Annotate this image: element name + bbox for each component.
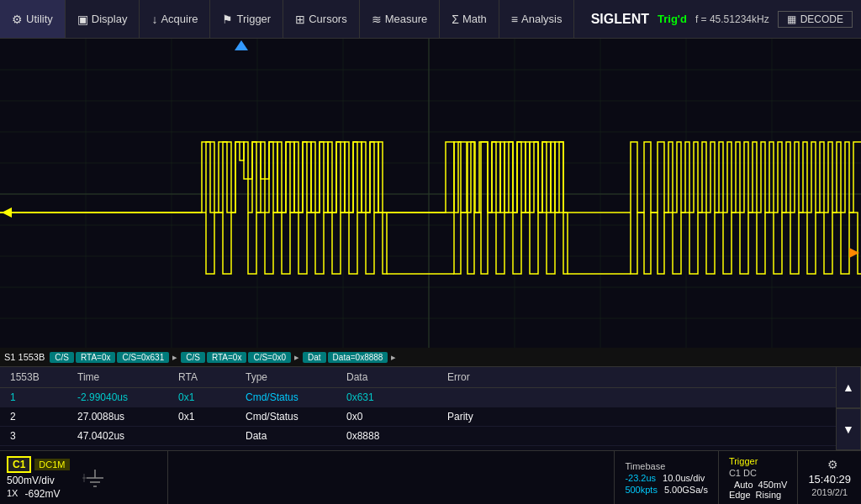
decode-packet-rta2: RTA=0x bbox=[207, 352, 246, 363]
timebase-row: -23.2us 10.0us/div bbox=[625, 473, 708, 483]
channel-label-row: C1 DC1M bbox=[7, 456, 70, 473]
row3-error bbox=[444, 428, 829, 444]
row3-rta bbox=[175, 428, 242, 444]
decode-label: DECODE bbox=[800, 13, 843, 25]
channel-probe: 1X bbox=[7, 488, 18, 500]
status-right: Timebase -23.2us 10.0us/div 500kpts 5.00… bbox=[614, 451, 861, 504]
trigger-slope-val: Rising bbox=[756, 490, 782, 500]
menu-measure[interactable]: ≋ Measure bbox=[360, 0, 441, 38]
trigger-level-val: 450mV bbox=[758, 480, 788, 490]
trigger-label: Trigger bbox=[729, 456, 788, 466]
row1-time: -2.99040us bbox=[74, 390, 175, 405]
decode-packet-cmd2: C/S=0x0 bbox=[248, 352, 291, 363]
table-body: 1 -2.99040us 0x1 Cmd/Status 0x631 2 27.0… bbox=[0, 388, 861, 446]
trigger-mode-val: Auto bbox=[734, 480, 753, 490]
display-icon: ▣ bbox=[77, 13, 88, 26]
col-protocol: 1553B bbox=[7, 370, 74, 385]
col-data: Data bbox=[343, 370, 444, 385]
table-container: 1553B Time RTA Type Data Error 1 -2.9904… bbox=[0, 366, 861, 450]
trigger-box: Trigger C1 DC Auto 450mV Edge Rising bbox=[719, 451, 799, 504]
decode-bar: S1 1553B C/S RTA=0x C/S=0x631 ▸ C/S RTA=… bbox=[0, 348, 861, 366]
decode-protocol-label: S1 1553B bbox=[4, 352, 45, 362]
row1-error bbox=[444, 390, 829, 405]
decode-packet-cs2: C/S bbox=[181, 352, 205, 363]
trigger-type-row: Edge Rising bbox=[729, 490, 788, 500]
svg-marker-25 bbox=[235, 40, 248, 50]
top-menu: ⚙ Utility ▣ Display ↓ Acquire ⚑ Trigger … bbox=[0, 0, 861, 39]
ground-symbol bbox=[78, 461, 112, 495]
clock-box: ⚙ 15:40:29 2019/2/1 bbox=[798, 451, 861, 504]
channel-voltage-div: 500mV/div bbox=[7, 475, 70, 486]
menu-display[interactable]: ▣ Display bbox=[66, 0, 140, 38]
table-row[interactable]: 2 27.0088us 0x1 Cmd/Status 0x0 Parity bbox=[0, 407, 861, 427]
trigger-ch-label: C1 DC bbox=[729, 468, 788, 478]
row2-error: Parity bbox=[444, 409, 829, 424]
utility-icon: ⚙ bbox=[12, 13, 23, 26]
channel-info: C1 DC1M 500mV/div 1X -692mV bbox=[0, 451, 168, 504]
menu-analysis[interactable]: ≡ Analysis bbox=[499, 0, 575, 38]
row3-time: 47.0402us bbox=[74, 428, 175, 444]
decode-packet-cmd1: C/S=0x631 bbox=[117, 352, 169, 363]
settings-icon[interactable]: ⚙ bbox=[827, 458, 838, 471]
decode-packet-rta1: RTA=0x bbox=[76, 352, 115, 363]
menu-trigger-label: Trigger bbox=[236, 13, 271, 25]
table-row[interactable]: 3 47.0402us Data 0x8888 bbox=[0, 427, 861, 446]
decode-marker-3: ▸ bbox=[389, 352, 398, 363]
channel-offset: -692mV bbox=[24, 488, 60, 500]
scope-display: S1 1553B C/S RTA=0x C/S=0x631 ▸ C/S RTA=… bbox=[0, 39, 861, 366]
row3-id: 3 bbox=[7, 428, 74, 444]
scroll-up-button[interactable]: ▲ bbox=[836, 366, 861, 408]
col-error: Error bbox=[444, 370, 829, 385]
channel-box: C1 DC1M 500mV/div 1X -692mV bbox=[7, 456, 70, 500]
menu-cursors[interactable]: ⊞ Cursors bbox=[283, 0, 360, 38]
menu-math[interactable]: Σ Math bbox=[440, 0, 499, 38]
waveform-svg bbox=[0, 39, 861, 366]
menu-measure-label: Measure bbox=[385, 13, 428, 25]
freq-value: 45.51234kHz bbox=[710, 13, 769, 25]
brand-area: SIGLENT Trig'd f = 45.51234kHz ▦ DECODE bbox=[591, 11, 861, 28]
menu-trigger[interactable]: ⚑ Trigger bbox=[210, 0, 283, 38]
row3-data: 0x8888 bbox=[343, 428, 444, 444]
menu-utility[interactable]: ⚙ Utility bbox=[0, 0, 66, 38]
freq-label: f = bbox=[695, 13, 707, 25]
row2-time: 27.0088us bbox=[74, 409, 175, 424]
clock-date: 2019/2/1 bbox=[811, 487, 848, 497]
cursors-icon: ⊞ bbox=[295, 13, 305, 26]
brand-name: SIGLENT bbox=[591, 12, 649, 27]
row2-data: 0x0 bbox=[343, 409, 444, 424]
timebase-samples-row: 500kpts 5.00GSa/s bbox=[625, 485, 708, 495]
analysis-icon: ≡ bbox=[511, 13, 518, 26]
decode-button[interactable]: ▦ DECODE bbox=[778, 11, 853, 28]
timebase-label: Timebase bbox=[625, 461, 708, 471]
menu-acquire-label: Acquire bbox=[161, 13, 198, 25]
channel-coupling: DC1M bbox=[34, 459, 69, 470]
acquire-icon: ↓ bbox=[151, 13, 157, 26]
trigger-icon: ⚑ bbox=[222, 13, 233, 26]
menu-display-label: Display bbox=[92, 13, 128, 25]
row3-type: Data bbox=[242, 428, 343, 444]
row1-data: 0x631 bbox=[343, 390, 444, 405]
table-header: 1553B Time RTA Type Data Error bbox=[0, 367, 861, 388]
measure-icon: ≋ bbox=[372, 13, 382, 26]
timebase-box: Timebase -23.2us 10.0us/div 500kpts 5.00… bbox=[615, 451, 719, 504]
col-time: Time bbox=[74, 370, 175, 385]
decode-marker-1: ▸ bbox=[171, 352, 179, 363]
row1-id: 1 bbox=[7, 390, 74, 405]
col-type: Type bbox=[242, 370, 343, 385]
decode-packet-cs1: C/S bbox=[50, 352, 74, 363]
menu-utility-label: Utility bbox=[26, 13, 53, 25]
row1-type: Cmd/Status bbox=[242, 390, 343, 405]
data-table: 1553B Time RTA Type Data Error 1 -2.9904… bbox=[0, 366, 861, 450]
timebase-div: 10.0us/div bbox=[663, 473, 705, 483]
decode-marker-2: ▸ bbox=[293, 352, 301, 363]
svg-marker-26 bbox=[2, 207, 12, 218]
menu-acquire[interactable]: ↓ Acquire bbox=[140, 0, 210, 38]
scroll-down-button[interactable]: ▼ bbox=[836, 408, 861, 450]
trigger-mode-row: Auto 450mV bbox=[729, 480, 788, 490]
decode-icon: ▦ bbox=[787, 13, 796, 25]
table-row[interactable]: 1 -2.99040us 0x1 Cmd/Status 0x631 bbox=[0, 388, 861, 407]
row2-rta: 0x1 bbox=[175, 409, 242, 424]
freq-display: f = 45.51234kHz bbox=[695, 13, 769, 25]
decode-packet-dat-label: Dat bbox=[303, 352, 326, 363]
trigger-type-val: Edge bbox=[729, 490, 751, 500]
